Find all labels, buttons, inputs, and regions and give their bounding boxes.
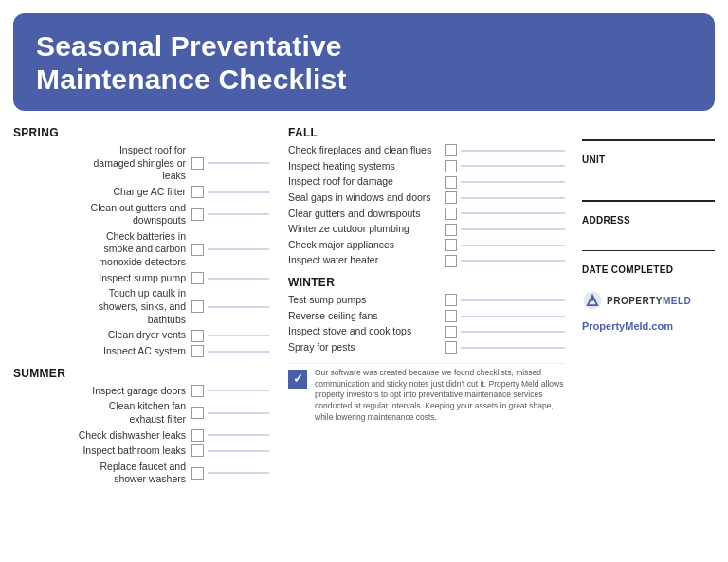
spring-title: SPRING xyxy=(13,126,269,139)
checkbox[interactable] xyxy=(445,191,457,204)
list-item: Inspect roof for damage xyxy=(288,175,565,189)
list-item: Inspect stove and cook tops xyxy=(288,325,565,338)
list-item: Inspect heating systems xyxy=(288,160,565,173)
list-item: Clean dryer vents xyxy=(13,329,269,342)
list-item: Inspect AC system xyxy=(13,345,269,358)
header-banner: Seasonal Preventative Maintenance Checkl… xyxy=(13,13,715,111)
checkbox[interactable] xyxy=(445,239,457,251)
checkbox[interactable] xyxy=(445,255,457,267)
footer-text: Our software was created because we foun… xyxy=(315,368,565,424)
website-link[interactable]: PropertyMeld.com xyxy=(582,320,715,332)
checkbox[interactable] xyxy=(191,208,204,221)
checkbox[interactable] xyxy=(191,467,204,480)
fall-section: FALL Check fireplaces and clean flues In… xyxy=(288,126,565,267)
checkbox[interactable] xyxy=(191,429,204,442)
list-item: Clear gutters and downspouts xyxy=(288,208,565,221)
list-item: Check fireplaces and clean flues xyxy=(288,144,565,157)
footer-checkbox[interactable] xyxy=(288,370,307,389)
logo-area: PROPERTYMELD xyxy=(582,290,715,311)
page-title: Seasonal Preventative Maintenance Checkl… xyxy=(36,30,692,96)
checkbox[interactable] xyxy=(445,326,457,338)
list-item: Touch up caulk inshowers, sinks, andbath… xyxy=(13,287,269,326)
checkbox[interactable] xyxy=(191,330,204,342)
list-item: Inspect garage doors xyxy=(13,385,269,398)
checkbox[interactable] xyxy=(191,385,204,397)
checkbox[interactable] xyxy=(191,244,204,256)
svg-point-1 xyxy=(591,297,594,300)
left-column: SPRING Inspect roof fordamaged shingles … xyxy=(13,126,279,495)
checkbox[interactable] xyxy=(445,208,457,220)
checkbox[interactable] xyxy=(445,160,457,172)
right-column: UNIT ADDRESS DATE COMPLETED PROPERTYMELD… xyxy=(574,126,715,495)
checkbox[interactable] xyxy=(191,272,204,284)
list-item: Check batteries insmoke and carbonmonoxi… xyxy=(13,230,269,269)
mid-column: FALL Check fireplaces and clean flues In… xyxy=(279,126,574,495)
list-item: Inspect water heater xyxy=(288,254,565,267)
unit-label: UNIT xyxy=(582,154,715,165)
list-item: Inspect sump pump xyxy=(13,272,269,285)
checkbox[interactable] xyxy=(445,224,457,236)
checkbox[interactable] xyxy=(191,300,204,313)
list-item: Change AC filter xyxy=(13,186,269,199)
summer-section: SUMMER Inspect garage doors Clean kitche… xyxy=(13,367,269,486)
list-item: Test sump pumps xyxy=(288,294,565,307)
spring-section: SPRING Inspect roof fordamaged shingles … xyxy=(13,126,269,358)
checkbox[interactable] xyxy=(191,444,204,457)
list-item: Spray for pests xyxy=(288,341,565,354)
list-item: Reverse ceiling fans xyxy=(288,310,565,323)
list-item: Check major appliances xyxy=(288,239,565,252)
list-item: Seal gaps in windows and doors xyxy=(288,191,565,205)
checkbox[interactable] xyxy=(445,341,457,354)
list-item: Inspect bathroom leaks xyxy=(13,444,269,458)
summer-title: SUMMER xyxy=(13,367,269,380)
checkbox[interactable] xyxy=(445,310,457,322)
checkbox[interactable] xyxy=(191,157,204,170)
winter-section: WINTER Test sump pumps Reverse ceiling f… xyxy=(288,276,565,354)
footer: Our software was created because we foun… xyxy=(288,363,565,424)
list-item: Clean kitchen fanexhaust filter xyxy=(13,400,269,426)
address-label: ADDRESS xyxy=(582,215,715,226)
propertymeld-logo-icon xyxy=(582,290,603,311)
list-item: Inspect roof fordamaged shingles orleaks xyxy=(13,144,269,183)
list-item: Clean out gutters anddownspouts xyxy=(13,202,269,227)
list-item: Replace faucet andshower washers xyxy=(13,461,269,486)
list-item: Winterize outdoor plumbing xyxy=(288,223,565,236)
winter-title: WINTER xyxy=(288,276,565,289)
fall-title: FALL xyxy=(288,126,565,139)
list-item: Check dishwasher leaks xyxy=(13,429,269,443)
logo-text: PROPERTYMELD xyxy=(607,296,691,306)
checkbox[interactable] xyxy=(191,407,204,419)
checkbox[interactable] xyxy=(191,345,204,357)
checkbox[interactable] xyxy=(191,186,204,198)
checkbox[interactable] xyxy=(445,144,457,156)
checkbox[interactable] xyxy=(445,294,457,306)
date-label: DATE COMPLETED xyxy=(582,264,715,275)
checkbox[interactable] xyxy=(445,176,457,189)
